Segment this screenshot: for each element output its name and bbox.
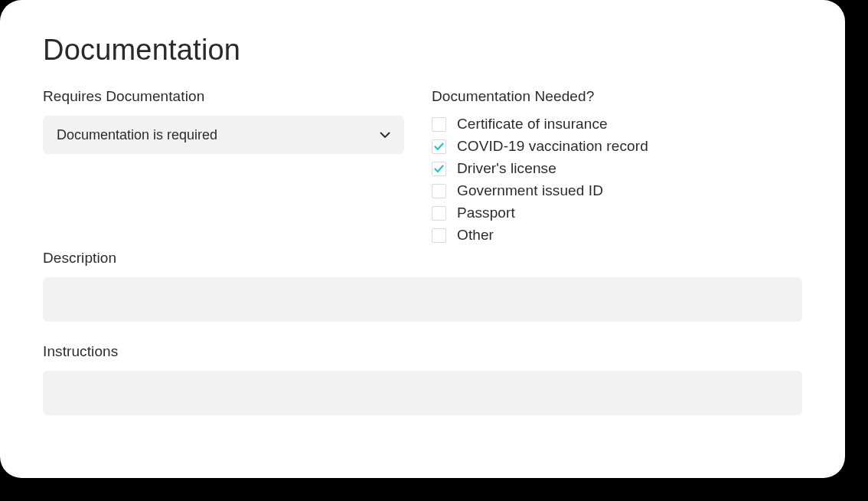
checkbox-label: Certificate of insurance <box>457 116 608 133</box>
requires-documentation-selected-value: Documentation is required <box>57 127 217 143</box>
requires-documentation-label: Requires Documentation <box>43 88 404 105</box>
checkbox-box[interactable] <box>432 184 446 198</box>
checkbox-row[interactable]: Other <box>432 227 802 244</box>
checkbox-label: Other <box>457 227 494 244</box>
page-title: Documentation <box>43 34 802 67</box>
documentation-needed-field: Documentation Needed? Certificate of ins… <box>432 88 802 244</box>
checkbox-label: Passport <box>457 205 515 221</box>
documentation-needed-list: Certificate of insuranceCOVID-19 vaccina… <box>432 116 802 244</box>
checkbox-box[interactable] <box>432 206 446 221</box>
checkbox-row[interactable]: Passport <box>432 205 802 221</box>
checkbox-row[interactable]: COVID-19 vaccination record <box>432 138 802 155</box>
checkbox-label: COVID-19 vaccination record <box>457 138 648 155</box>
checkbox-label: Government issued ID <box>457 182 603 199</box>
checkbox-row[interactable]: Government issued ID <box>432 182 802 199</box>
requires-documentation-select[interactable]: Documentation is required <box>43 116 404 154</box>
checkbox-row[interactable]: Certificate of insurance <box>432 116 802 133</box>
documentation-needed-label: Documentation Needed? <box>432 88 802 105</box>
description-label: Description <box>43 250 802 267</box>
checkbox-row[interactable]: Driver's license <box>432 160 802 177</box>
checkbox-box[interactable] <box>432 162 446 176</box>
checkbox-box[interactable] <box>432 228 446 243</box>
two-column-row: Requires Documentation Documentation is … <box>43 88 802 244</box>
instructions-label: Instructions <box>43 343 802 360</box>
requires-documentation-field: Requires Documentation Documentation is … <box>43 88 404 244</box>
checkbox-box[interactable] <box>432 139 446 154</box>
checkbox-box[interactable] <box>432 117 446 132</box>
description-input[interactable] <box>43 277 802 322</box>
documentation-card: Documentation Requires Documentation Doc… <box>0 0 845 478</box>
requires-documentation-select-wrap: Documentation is required <box>43 116 404 154</box>
instructions-field: Instructions <box>43 343 802 431</box>
description-field: Description <box>43 250 802 337</box>
checkbox-label: Driver's license <box>457 160 556 177</box>
instructions-input[interactable] <box>43 371 802 415</box>
